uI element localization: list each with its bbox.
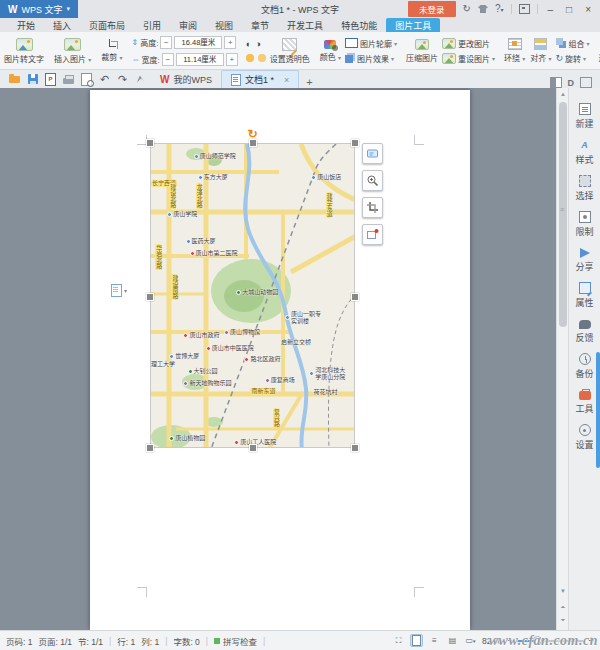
help-icon[interactable]: ?▾ [495, 4, 504, 15]
tab-my-wps[interactable]: W 我的WPS [151, 71, 221, 88]
spell-check-status[interactable]: 拼写检查 [214, 635, 257, 647]
picture-outline-button[interactable]: 图片轮廓▾ [345, 38, 397, 49]
minimize-button[interactable]: – [545, 4, 557, 15]
fullscreen-button[interactable]: ⛶ [392, 634, 405, 647]
sidebar-item-反馈[interactable]: 反馈 [569, 313, 600, 348]
layout-options-button[interactable] [362, 143, 383, 164]
scrollbar-thumb[interactable] [559, 102, 567, 327]
map-image[interactable]: 唐山师范学院东方大厦唐山学院唐山饭店医药大厦唐山市第二医院大城山动物园唐山市政府… [150, 143, 355, 448]
selected-image[interactable]: ↻ [150, 143, 355, 448]
compress-picture-button[interactable]: 压缩图片 [405, 39, 439, 63]
resize-handle-e[interactable] [351, 293, 359, 301]
sidebar-item-限制[interactable]: 限制 [569, 206, 600, 242]
docer-icon[interactable]: D [568, 78, 575, 88]
wrap-button[interactable]: 环绕 ▾ [503, 38, 526, 63]
close-button[interactable]: × [582, 4, 594, 15]
preview-zoom-button[interactable] [362, 170, 383, 191]
zoom-in-button[interactable]: + [588, 635, 594, 646]
menu-tab-视图[interactable]: 视图 [206, 18, 242, 32]
print-button[interactable] [62, 73, 75, 86]
menu-tab-插入[interactable]: 插入 [44, 18, 80, 32]
read-view-button[interactable]: ▭▾ [464, 634, 477, 647]
color-button[interactable]: 颜色 ▾ [319, 40, 342, 62]
status-segment[interactable]: 字数: 0 [173, 635, 199, 647]
status-segment[interactable]: 页面: 1/1 [38, 635, 72, 647]
redo-button[interactable]: ↷ [116, 73, 129, 86]
tab-document1[interactable]: 文档1 * × [221, 70, 299, 88]
resize-handle-w[interactable] [146, 293, 154, 301]
menu-tab-章节[interactable]: 章节 [242, 18, 278, 32]
set-transparent-color-button[interactable]: 设置透明色 [269, 38, 311, 64]
vertical-scrollbar[interactable]: ▲ ▼ ⏶ ⏷ [556, 88, 568, 630]
width-plus-button[interactable]: + [226, 53, 238, 66]
brightness-up-button[interactable] [246, 54, 254, 62]
previous-page-button[interactable]: ⏶ [558, 602, 568, 612]
menu-tab-特色功能[interactable]: 特色功能 [332, 18, 386, 32]
brightness-down-button[interactable] [258, 54, 266, 62]
insert-picture-button[interactable]: 插入图片 ▾ [53, 38, 92, 64]
window-split-icon[interactable] [550, 77, 562, 88]
crop-quick-button[interactable] [362, 197, 383, 218]
paragraph-anchor-button[interactable]: ▾ [111, 284, 127, 297]
maximize-button[interactable]: □ [563, 4, 575, 15]
sidebar-item-样式[interactable]: A样式 [569, 134, 600, 170]
zoom-slider-thumb[interactable] [533, 636, 542, 645]
print-preview-button[interactable] [80, 73, 93, 86]
skin-icon[interactable] [478, 5, 488, 13]
transparent-color-quick-button[interactable] [362, 224, 383, 245]
reset-picture-button[interactable]: 重设图片▾ [442, 53, 495, 64]
contrast-down-button[interactable]: ◑ [255, 39, 260, 49]
next-page-button[interactable]: ⏷ [558, 615, 568, 625]
sidebar-item-分享[interactable]: 分享 [569, 242, 600, 277]
page[interactable]: ▾ ↻ [90, 90, 470, 630]
group-button[interactable]: 组合▾ [556, 38, 590, 49]
rotate-button[interactable]: ↻ 旋转▾ [556, 53, 590, 64]
customize-toolbar-button[interactable] [134, 73, 147, 86]
page-view-button[interactable] [410, 634, 423, 647]
new-tab-button[interactable]: + [299, 76, 319, 88]
status-segment[interactable]: 行: 1 [117, 635, 135, 647]
width-input[interactable]: 11.14厘米 [176, 53, 224, 66]
resize-handle-sw[interactable] [146, 444, 154, 452]
resize-handle-ne[interactable] [351, 139, 359, 147]
menu-tab-开发工具[interactable]: 开发工具 [278, 18, 332, 32]
resize-handle-s[interactable] [249, 444, 257, 452]
sync-icon[interactable]: ↻ [463, 4, 471, 14]
menu-tab-页面布局[interactable]: 页面布局 [80, 18, 134, 32]
menu-tab-审阅[interactable]: 审阅 [170, 18, 206, 32]
web-view-button[interactable]: ▤ [446, 634, 459, 647]
menu-tab-开始[interactable]: 开始 [8, 18, 44, 32]
zoom-out-button[interactable]: − [506, 635, 512, 646]
contrast-up-button[interactable]: ◐ [246, 39, 251, 49]
picture-effects-button[interactable]: 图片效果▾ [345, 53, 397, 64]
resize-handle-se[interactable] [351, 444, 359, 452]
status-segment[interactable]: 列: 1 [141, 635, 159, 647]
collapse-ribbon-icon[interactable] [580, 77, 592, 88]
align-button[interactable]: 对齐 ▾ [529, 38, 552, 63]
workspace-icon[interactable] [519, 4, 530, 14]
height-input[interactable]: 16.48厘米 [174, 36, 222, 49]
sidebar-item-属性[interactable]: 属性 [569, 277, 600, 313]
save-button[interactable] [26, 73, 39, 86]
outline-view-button[interactable]: ≡ [428, 634, 441, 647]
zoom-slider[interactable] [517, 640, 583, 642]
sidebar-item-新建[interactable]: 新建 [569, 98, 600, 134]
resize-handle-nw[interactable] [146, 139, 154, 147]
sidebar-scroll-indicator[interactable] [596, 352, 600, 468]
pic-to-text-button[interactable]: 图片转文字 [3, 38, 45, 64]
status-segment[interactable]: 页码: 1 [6, 635, 32, 647]
change-picture-button[interactable]: 更改图片 [442, 38, 495, 49]
menu-tab-图片工具[interactable]: 图片工具 [386, 18, 440, 32]
open-button[interactable] [8, 73, 21, 86]
login-button[interactable]: 未登录 [408, 1, 456, 17]
sidebar-item-选择[interactable]: 选择 [569, 170, 600, 206]
status-segment[interactable]: 节: 1/1 [78, 635, 103, 647]
close-tab-icon[interactable]: × [284, 75, 289, 85]
width-minus-button[interactable]: − [162, 53, 174, 66]
undo-button[interactable]: ↶ [98, 73, 111, 86]
height-minus-button[interactable]: − [160, 36, 172, 49]
document-canvas[interactable]: ▾ ↻ [0, 88, 556, 630]
export-pdf-button[interactable]: P [44, 73, 57, 86]
app-menu-button[interactable]: W WPS 文字 ▾ [0, 0, 78, 18]
height-plus-button[interactable]: + [224, 36, 236, 49]
